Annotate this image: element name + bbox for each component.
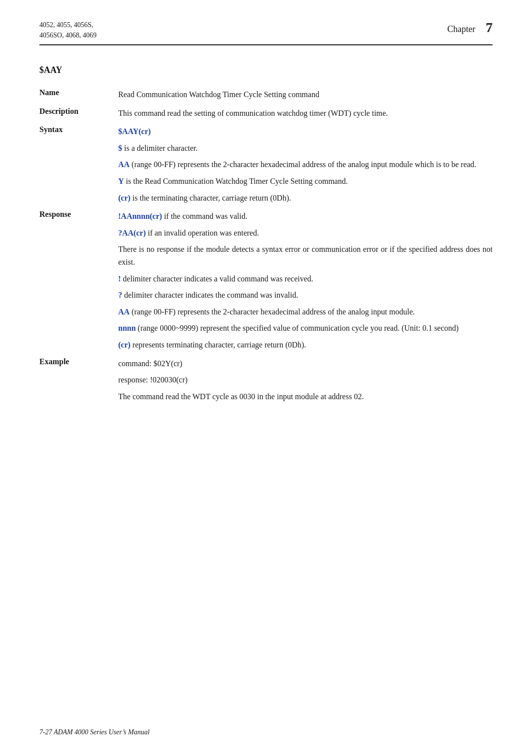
- syntax-row: Syntax $AAY(cr) $ is a delimiter charact…: [39, 122, 493, 207]
- name-value: Read Communication Watchdog Timer Cycle …: [118, 85, 493, 104]
- page-footer: 7-27 ADAM 4000 Series User’s Manual: [39, 728, 150, 736]
- example-value: command: $02Y(cr) response: !020030(cr) …: [118, 354, 493, 406]
- example-label: Example: [39, 354, 118, 406]
- cr-syntax: (cr): [118, 194, 131, 202]
- chapter-label: Chapter 7: [447, 20, 493, 35]
- response-row: Response !AAnnnn(cr) if the command was …: [39, 207, 493, 354]
- syntax-label: Syntax: [39, 122, 118, 207]
- section-title: $AAY: [39, 65, 493, 75]
- exclaim-symbol: !: [118, 275, 121, 283]
- description-label: Description: [39, 104, 118, 123]
- description-value: This command read the setting of communi…: [118, 104, 493, 123]
- nnnn-response: nnnn: [118, 324, 136, 332]
- aa-syntax: AA: [118, 160, 130, 169]
- example-row: Example command: $02Y(cr) response: !020…: [39, 354, 493, 406]
- page-header: 4052, 4055, 4056S, 4056SO, 4068, 4069 Ch…: [39, 20, 493, 45]
- response-label: Response: [39, 207, 118, 354]
- dollar-symbol: $: [118, 144, 122, 152]
- question-symbol: ?: [118, 291, 122, 299]
- aa-response: AA: [118, 308, 130, 316]
- response-value: !AAnnnn(cr) if the command was valid. ?A…: [118, 207, 493, 354]
- header-model-numbers: 4052, 4055, 4056S, 4056SO, 4068, 4069: [39, 20, 97, 40]
- description-row: Description This command read the settin…: [39, 104, 493, 123]
- name-label: Name: [39, 85, 118, 104]
- name-row: Name Read Communication Watchdog Timer C…: [39, 85, 493, 104]
- response-invalid: ?AA(cr): [118, 229, 146, 237]
- y-syntax: Y: [118, 177, 124, 185]
- response-valid: !AAnnnn(cr): [118, 212, 162, 220]
- cr-response: (cr): [118, 341, 131, 349]
- syntax-command: $AAY(cr): [118, 127, 151, 136]
- syntax-value: $AAY(cr) $ is a delimiter character. AA …: [118, 122, 493, 207]
- content-table: Name Read Communication Watchdog Timer C…: [39, 85, 493, 406]
- page: 4052, 4055, 4056S, 4056SO, 4068, 4069 Ch…: [0, 0, 532, 756]
